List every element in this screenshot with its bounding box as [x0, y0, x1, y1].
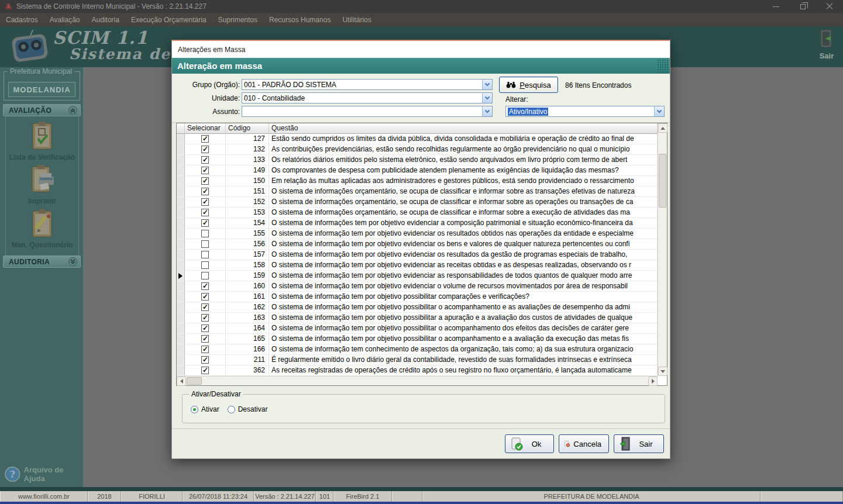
table-row[interactable]: 211 É regularmente emitido o livro diári… — [177, 355, 658, 365]
grupo-combobox[interactable]: 001 - PADRÃO DO SISTEMA — [242, 79, 493, 90]
table-row[interactable]: 155 O sistema de informação tem por obje… — [177, 229, 658, 239]
row-select-cell[interactable] — [185, 208, 226, 218]
sidebar-item-man-questionario[interactable]: Man. Questionário — [5, 209, 79, 249]
table-row[interactable]: 154 O sistema de informações tem por obj… — [177, 218, 658, 229]
row-checkbox[interactable] — [201, 282, 209, 290]
menu-item-suprimentos[interactable]: Suprimentos — [212, 16, 263, 24]
banner-exit-button[interactable]: Sair — [814, 29, 839, 60]
sidebar-item-lista-verificacao[interactable]: Lista de Verificação — [5, 121, 79, 161]
help-button[interactable]: ? Arquivo de Ajuda — [5, 465, 83, 483]
table-row[interactable]: 166 O sistema de informação tem conhecim… — [177, 344, 658, 355]
menu-item-avaliacao[interactable]: Avaliação — [44, 16, 86, 24]
scroll-right-button[interactable] — [648, 377, 658, 386]
table-row[interactable]: 159 O sistema de informação tem por obje… — [177, 271, 658, 281]
chevron-down-icon[interactable] — [654, 106, 664, 116]
row-select-cell[interactable] — [185, 313, 226, 323]
horizontal-scroll-thumb[interactable] — [187, 377, 202, 385]
table-row[interactable]: 165 O sistema de informação tem por obje… — [177, 334, 658, 344]
row-checkbox[interactable] — [201, 156, 209, 164]
table-row[interactable]: 158 O sistema de informação tem por obje… — [177, 260, 658, 271]
row-checkbox[interactable] — [201, 230, 209, 237]
row-select-cell[interactable] — [185, 144, 226, 155]
row-checkbox[interactable] — [201, 346, 209, 353]
row-select-cell[interactable] — [185, 260, 226, 271]
chevron-down-icon[interactable] — [482, 93, 492, 103]
close-button[interactable] — [816, 0, 843, 13]
row-select-cell[interactable] — [185, 271, 226, 281]
vertical-scroll-thumb[interactable] — [659, 154, 666, 208]
row-select-cell[interactable] — [185, 292, 226, 302]
row-checkbox[interactable] — [201, 198, 209, 206]
table-row[interactable]: 161 O sistema de informação tem por obje… — [177, 292, 658, 302]
row-select-cell[interactable] — [185, 334, 226, 344]
cancel-button[interactable]: Cancela — [559, 434, 609, 453]
row-checkbox[interactable] — [201, 356, 209, 364]
search-button[interactable]: Pesquisa — [499, 77, 558, 93]
restore-button[interactable] — [789, 0, 816, 13]
radio-ativar-circle[interactable] — [191, 406, 198, 413]
sidebar-item-imprimir[interactable]: Imprimir — [5, 165, 79, 205]
row-checkbox[interactable] — [201, 167, 209, 174]
table-row[interactable]: 150 Em relação às multas aplicadas aos a… — [177, 176, 658, 187]
row-checkbox[interactable] — [201, 209, 209, 216]
table-row[interactable]: 163 O sistema de informação tem por obje… — [177, 313, 658, 323]
menu-item-utilitarios[interactable]: Utilitários — [336, 16, 377, 24]
unidade-combobox[interactable]: 010 - Contabilidade — [242, 92, 493, 103]
table-row[interactable]: 151 O sistema de informações orçamentári… — [177, 187, 658, 197]
exit-button[interactable]: Sair — [614, 434, 664, 453]
chevron-down-icon[interactable] — [482, 106, 492, 116]
row-select-cell[interactable] — [185, 197, 226, 208]
row-select-cell[interactable] — [185, 365, 226, 376]
row-select-cell[interactable] — [185, 134, 226, 144]
row-checkbox[interactable] — [201, 188, 209, 195]
row-select-cell[interactable] — [185, 302, 226, 313]
table-row[interactable]: 164 O sistema de informação tem por obje… — [177, 323, 658, 334]
row-select-cell[interactable] — [185, 323, 226, 334]
row-select-cell[interactable] — [185, 165, 226, 176]
row-checkbox[interactable] — [201, 293, 209, 301]
row-checkbox[interactable] — [201, 240, 209, 248]
table-row[interactable]: 152 O sistema de informações orçamentári… — [177, 197, 658, 208]
menu-item-recursos[interactable]: Recursos Humanos — [263, 16, 336, 24]
row-select-cell[interactable] — [185, 344, 226, 355]
table-row[interactable]: 162 O sistema de informação tem por obje… — [177, 302, 658, 313]
table-row[interactable]: 132 As contribuições previdenciárias, es… — [177, 144, 658, 155]
row-checkbox[interactable] — [201, 272, 209, 279]
row-checkbox[interactable] — [201, 177, 209, 185]
table-row[interactable]: 362 As receitas registradas de operações… — [177, 365, 658, 376]
table-row[interactable]: 133 Os relatórios diários emitidos pelo … — [177, 155, 658, 165]
table-row[interactable]: 156 O sistema de informação tem por obje… — [177, 239, 658, 250]
radio-desativar-circle[interactable] — [228, 406, 235, 413]
column-header-selecionar[interactable]: Selecionar — [185, 123, 226, 134]
row-select-cell[interactable] — [185, 229, 226, 239]
scroll-down-button[interactable] — [658, 367, 667, 376]
row-checkbox[interactable] — [201, 314, 209, 322]
row-select-cell[interactable] — [185, 239, 226, 250]
table-row[interactable]: 127 Estão sendo cumpridos os limites da … — [177, 134, 658, 144]
vertical-scrollbar[interactable] — [658, 123, 667, 376]
dialog-titlebar[interactable]: Alterações em Massa — [172, 41, 670, 58]
row-checkbox[interactable] — [201, 219, 209, 227]
row-select-cell[interactable] — [185, 250, 226, 260]
minimize-button[interactable] — [762, 0, 789, 13]
row-checkbox[interactable] — [201, 367, 209, 374]
row-select-cell[interactable] — [185, 155, 226, 165]
row-select-cell[interactable] — [185, 281, 226, 292]
section-avaliacao[interactable]: AVALIAÇÃO — [3, 104, 81, 116]
menu-item-cadastros[interactable]: Cadastros — [0, 16, 44, 24]
horizontal-scrollbar[interactable] — [177, 376, 658, 385]
row-checkbox[interactable] — [201, 261, 209, 269]
row-select-cell[interactable] — [185, 176, 226, 187]
column-header-questao[interactable]: Questão — [269, 123, 658, 134]
table-row[interactable]: 160 O sistema de informação tem por obje… — [177, 281, 658, 292]
row-select-cell[interactable] — [185, 218, 226, 229]
chevron-down-icon[interactable] — [482, 80, 492, 89]
radio-desativar[interactable]: Desativar — [228, 405, 268, 413]
section-auditoria[interactable]: AUDITORIA — [3, 256, 81, 268]
table-row[interactable]: 153 O sistema de informações orçamentári… — [177, 208, 658, 218]
row-select-cell[interactable] — [185, 187, 226, 197]
table-row[interactable]: 157 O sistema de informação tem por obje… — [177, 250, 658, 260]
row-checkbox[interactable] — [201, 135, 209, 143]
row-checkbox[interactable] — [201, 303, 209, 311]
alterar-combobox[interactable]: Ativo/Inativo — [505, 106, 665, 117]
